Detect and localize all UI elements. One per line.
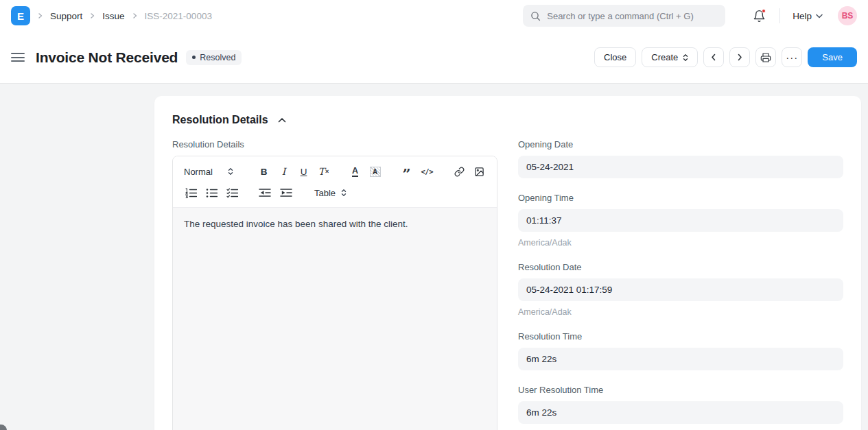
select-arrows-icon — [228, 167, 233, 176]
logo-glyph: E — [17, 10, 24, 22]
breadcrumb: E Support Issue ISS-2021-00003 — [11, 6, 212, 25]
paragraph-style-value: Normal — [184, 167, 213, 177]
clear-format-t: T — [318, 166, 325, 177]
breadcrumb-current: ISS-2021-00003 — [145, 11, 212, 21]
close-button[interactable]: Close — [594, 47, 636, 67]
navbar-divider — [779, 8, 780, 23]
bullet-list-icon — [206, 188, 218, 198]
highlight-button[interactable]: A — [368, 164, 382, 179]
indent-icon — [280, 188, 292, 198]
opening-date-input[interactable]: 05-24-2021 — [518, 156, 843, 178]
highlight-icon: A — [370, 167, 381, 177]
breadcrumb-support[interactable]: Support — [50, 11, 82, 21]
block-group: ” </> — [400, 164, 434, 179]
status-label: Resolved — [200, 53, 235, 62]
collapse-section-button[interactable] — [277, 116, 288, 124]
checklist-button[interactable] — [225, 185, 239, 200]
blockquote-button[interactable]: ” — [400, 164, 414, 179]
chevron-left-icon — [710, 53, 717, 61]
ordered-list-icon — [185, 188, 197, 198]
field-label: User Resolution Time — [518, 385, 843, 395]
resolution-details-column: Resolution Details Normal B I U — [172, 139, 497, 430]
app-logo[interactable]: E — [11, 6, 30, 25]
editor-toolbar: Normal B I U T× A A — [173, 156, 497, 208]
toolbar-row-2: Table — [184, 182, 486, 203]
chevron-down-icon — [816, 14, 823, 19]
help-menu[interactable]: Help — [793, 11, 823, 21]
search-input[interactable]: Search or type a command (Ctrl + G) — [523, 5, 725, 27]
printer-icon — [760, 52, 771, 63]
ellipsis-icon: ··· — [786, 52, 798, 62]
chevron-right-icon — [736, 53, 743, 61]
section-title: Resolution Details — [172, 114, 268, 126]
menu-button[interactable]: ··· — [782, 47, 802, 67]
text-color-icon: A — [352, 166, 358, 177]
user-resolution-time-input[interactable]: 6m 22s — [518, 401, 843, 424]
outdent-button[interactable] — [257, 185, 272, 200]
text-color-button[interactable]: A — [349, 164, 362, 179]
breadcrumb-issue[interactable]: Issue — [102, 11, 124, 21]
chevron-up-icon — [278, 117, 286, 123]
editor-field-label: Resolution Details — [172, 139, 497, 150]
field-label: Resolution Date — [518, 262, 843, 272]
page-title: Invoice Not Received — [36, 49, 178, 66]
color-group: A A — [349, 164, 382, 179]
clear-format-button[interactable]: T× — [317, 164, 331, 179]
editor-content[interactable]: The requested invoice has been shared wi… — [173, 208, 497, 430]
search-placeholder: Search or type a command (Ctrl + G) — [547, 11, 694, 21]
table-menu-select[interactable]: Table — [314, 188, 347, 198]
sidebar-toggle-button[interactable] — [11, 50, 25, 64]
ordered-list-button[interactable] — [184, 185, 198, 200]
link-button[interactable] — [452, 164, 466, 179]
editor-text: The requested invoice has been shared wi… — [184, 219, 486, 229]
resolution-date-input[interactable]: 05-24-2021 01:17:59 — [518, 278, 843, 301]
field-opening-time: Opening Time 01:11:37 America/Adak — [518, 193, 843, 248]
rich-text-editor: Normal B I U T× A A — [172, 156, 497, 430]
insert-image-button[interactable] — [472, 164, 486, 179]
page-header: Invoice Not Received Resolved Close Crea… — [0, 32, 868, 84]
next-document-button[interactable] — [729, 47, 750, 67]
section-columns: Resolution Details Normal B I U — [172, 139, 843, 430]
link-icon — [454, 167, 465, 177]
clear-format-x: × — [325, 168, 329, 175]
resolution-time-input[interactable]: 6m 22s — [518, 348, 843, 370]
checklist-icon — [226, 188, 238, 198]
opening-time-input[interactable]: 01:11:37 — [518, 209, 843, 232]
avatar-initials: BS — [842, 11, 854, 21]
notification-dot — [762, 9, 766, 13]
form-card: Resolution Details Resolution Details No… — [154, 96, 861, 430]
create-button[interactable]: Create — [642, 47, 698, 67]
chevron-right-icon — [132, 12, 138, 19]
notifications-button[interactable] — [753, 10, 766, 23]
help-label: Help — [793, 11, 812, 21]
previous-document-button[interactable] — [703, 47, 724, 67]
user-avatar[interactable]: BS — [838, 6, 857, 25]
paragraph-style-select[interactable]: Normal — [184, 167, 239, 177]
field-label: Opening Time — [518, 193, 843, 203]
underline-button[interactable]: U — [297, 164, 311, 179]
navbar-actions: Search or type a command (Ctrl + G) Help… — [523, 5, 857, 27]
section-header: Resolution Details — [172, 114, 843, 126]
save-button[interactable]: Save — [808, 47, 857, 67]
field-resolution-time: Resolution Time 6m 22s — [518, 331, 843, 370]
print-button[interactable] — [755, 47, 776, 67]
field-label: Opening Date — [518, 139, 843, 150]
code-button[interactable]: </> — [420, 164, 434, 179]
italic-button[interactable]: I — [277, 164, 291, 179]
indent-group — [257, 185, 294, 200]
outdent-icon — [259, 188, 271, 198]
field-resolution-date: Resolution Date 05-24-2021 01:17:59 Amer… — [518, 262, 843, 317]
insert-group — [452, 164, 486, 179]
header-actions: Close Create ··· Save — [594, 47, 857, 67]
select-arrows-icon — [683, 53, 688, 62]
indent-button[interactable] — [279, 185, 294, 200]
page-body: Resolution Details Resolution Details No… — [0, 84, 868, 430]
bold-button[interactable]: B — [257, 164, 271, 179]
bullet-list-button[interactable] — [204, 185, 219, 200]
status-badge: Resolved — [186, 50, 242, 65]
status-dot-icon — [192, 56, 196, 59]
chevron-right-icon — [89, 12, 95, 19]
dates-column: Opening Date 05-24-2021 Opening Time 01:… — [518, 139, 843, 430]
field-label: Resolution Time — [518, 331, 843, 342]
navbar: E Support Issue ISS-2021-00003 Search or… — [0, 0, 868, 32]
